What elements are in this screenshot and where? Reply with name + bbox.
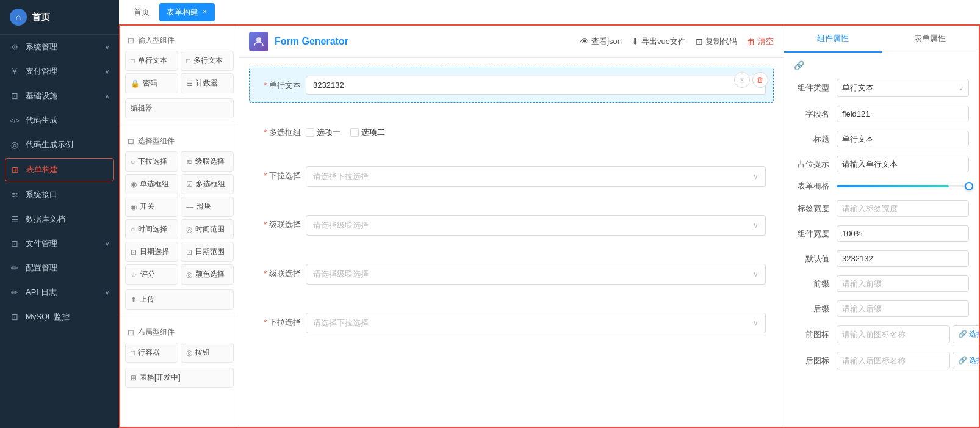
- comp-checkbox-group[interactable]: ☑ 多选框组: [181, 174, 234, 194]
- comp-color-picker[interactable]: ◎ 颜色选择: [181, 264, 234, 285]
- suffix-icon-input[interactable]: [837, 352, 950, 369]
- sidebar-item-api-log[interactable]: ✏ API 日志 ∨: [0, 280, 119, 305]
- sidebar-logo[interactable]: ⌂ 首页: [0, 0, 119, 35]
- comp-type-dropdown[interactable]: 单行文本 ∨: [837, 79, 969, 97]
- comp-cascade[interactable]: ≋ 级联选择: [181, 151, 234, 172]
- copy-code-btn[interactable]: ⊡ 复制代码: [696, 36, 737, 47]
- field1-delete-action[interactable]: 🗑: [752, 72, 768, 88]
- tab-form-props[interactable]: 表单属性: [882, 26, 979, 53]
- comp-slider[interactable]: — 滑块: [181, 197, 234, 217]
- section-layout-icon: ⊡: [128, 328, 134, 337]
- container-icon: □: [131, 349, 135, 357]
- comp-date-range[interactable]: ⊡ 日期范围: [181, 242, 234, 262]
- slider-thumb[interactable]: [965, 182, 973, 190]
- field5-content: 请选择级联选择 ∨: [306, 264, 766, 285]
- sidebar-item-codegen-example[interactable]: ◎ 代码生成示例: [0, 132, 119, 157]
- comp-button[interactable]: ◎ 按钮: [181, 343, 234, 363]
- slider-wrapper[interactable]: [837, 185, 969, 187]
- sidebar-item-config-mgmt[interactable]: ✏ 配置管理: [0, 256, 119, 280]
- tab-home[interactable]: 首页: [126, 3, 157, 21]
- prefix-icon-input[interactable]: [837, 325, 950, 343]
- comp-rating[interactable]: ☆ 评分: [125, 264, 178, 285]
- comp-radio-group[interactable]: ◉ 单选框组: [125, 174, 178, 194]
- comp-date-picker[interactable]: ⊡ 日期选择: [125, 242, 178, 262]
- section-input-icon: ⊡: [128, 36, 134, 45]
- comp-editor[interactable]: 编辑器: [125, 98, 234, 118]
- time-range-icon: ◎: [186, 225, 192, 234]
- view-json-btn[interactable]: 👁 查看json: [580, 36, 622, 47]
- file-mgmt-icon: ⊡: [10, 239, 20, 248]
- comp-table-dev[interactable]: ⊞ 表格[开发中]: [125, 368, 234, 388]
- sidebar-item-payment[interactable]: ¥ 支付管理 ∨: [0, 59, 119, 84]
- sidebar-item-system[interactable]: ⚙ 系统管理 ∨: [0, 35, 119, 59]
- checkbox-group-icon: ☑: [186, 180, 193, 189]
- form-row-single-text[interactable]: 单行文本 ⊡ 🗑: [249, 68, 774, 103]
- export-vue-icon: ⬇: [632, 37, 639, 46]
- sidebar-item-api[interactable]: ≋ 系统接口: [0, 183, 119, 207]
- prefix-input[interactable]: [837, 275, 969, 292]
- form-row-dropdown[interactable]: 下拉选择 请选择下拉选择 ∨: [249, 158, 774, 195]
- checkbox-option2[interactable]: 选项二: [350, 127, 385, 138]
- form-row-checkbox-group[interactable]: 多选框组 选项一 选项二: [249, 115, 774, 146]
- prop-suffix-icon: 后图标 🔗 选择: [794, 352, 969, 369]
- comp-width-input[interactable]: [837, 225, 969, 242]
- comp-upload[interactable]: ⬆ 上传: [125, 289, 234, 310]
- infra-icon: ⊡: [10, 91, 20, 101]
- field1-copy-action[interactable]: ⊡: [734, 72, 750, 88]
- comp-counter[interactable]: ☰ 计数器: [181, 73, 234, 93]
- comp-container[interactable]: □ 行容器: [125, 343, 178, 363]
- sidebar-item-mysql[interactable]: ⊡ MySQL 监控: [0, 305, 119, 329]
- field4-label: 级联选择: [257, 215, 306, 230]
- form-header-right: 👁 查看json ⬇ 导出vue文件 ⊡ 复制代码 🗑 清空: [580, 36, 774, 47]
- field1-input[interactable]: [306, 76, 766, 95]
- sidebar-item-db-doc[interactable]: ☰ 数据库文档: [0, 207, 119, 231]
- title-input[interactable]: [837, 131, 969, 147]
- checkbox-option1[interactable]: 选项一: [306, 127, 340, 138]
- suffix-icon-select-btn[interactable]: 🔗 选择: [953, 352, 979, 369]
- field6-select[interactable]: 请选择下拉选择 ∨: [306, 313, 766, 333]
- payment-arrow: ∨: [105, 68, 109, 75]
- field3-select[interactable]: 请选择下拉选择 ∨: [306, 166, 766, 187]
- field6-arrow: ∨: [753, 319, 758, 327]
- form-row-cascade2[interactable]: 级联选择 请选择级联选择 ∨: [249, 256, 774, 292]
- link-icon: 🔗: [794, 60, 804, 70]
- codegen-example-icon: ◎: [10, 140, 20, 150]
- sidebar-item-infra[interactable]: ⊡ 基础设施 ∧: [0, 84, 119, 108]
- system-icon: ⚙: [10, 42, 20, 52]
- comp-dropdown[interactable]: ○ 下拉选择: [125, 151, 178, 172]
- sidebar-item-file-mgmt[interactable]: ⊡ 文件管理 ∨: [0, 231, 119, 256]
- tab-form-builder[interactable]: 表单构建 ✕: [159, 3, 215, 21]
- comp-single-text[interactable]: □ 单行文本: [125, 51, 178, 71]
- copy-code-icon: ⊡: [696, 37, 703, 46]
- form-row-dropdown2[interactable]: 下拉选择 请选择下拉选择 ∨: [249, 305, 774, 341]
- prefix-icon-select-btn[interactable]: 🔗 选择: [953, 325, 979, 343]
- slider-track[interactable]: [837, 185, 969, 187]
- date-range-icon: ⊡: [186, 248, 192, 256]
- suffix-content: [837, 300, 969, 317]
- comp-type-select[interactable]: 单行文本 ∨: [837, 79, 969, 97]
- placeholder-input[interactable]: [837, 156, 969, 172]
- export-vue-btn[interactable]: ⬇ 导出vue文件: [632, 36, 686, 47]
- field4-select[interactable]: 请选择级联选择 ∨: [306, 215, 766, 236]
- form-row-cascade1[interactable]: 级联选择 请选择级联选择 ∨: [249, 207, 774, 244]
- label-width-input[interactable]: [837, 200, 969, 217]
- field-name-input[interactable]: [837, 106, 969, 122]
- sidebar-item-form-builder[interactable]: ⊞ 表单构建: [5, 158, 114, 181]
- sidebar-item-codegen[interactable]: </> 代码生成: [0, 108, 119, 132]
- tab-close-icon[interactable]: ✕: [202, 8, 207, 16]
- clear-btn[interactable]: 🗑 清空: [747, 36, 774, 47]
- comp-time-picker[interactable]: ○ 时间选择: [125, 219, 178, 239]
- comp-password[interactable]: 🔒 密码: [125, 73, 178, 93]
- system-arrow: ∨: [105, 44, 109, 51]
- tab-component-props[interactable]: 组件属性: [784, 26, 882, 53]
- comp-switch[interactable]: ◉ 开关: [125, 197, 178, 217]
- prop-placeholder: 占位提示: [794, 156, 969, 172]
- comp-multi-text[interactable]: □ 多行文本: [181, 51, 234, 71]
- suffix-input[interactable]: [837, 300, 969, 317]
- sidebar-logo-label: 首页: [32, 12, 50, 23]
- field5-select[interactable]: 请选择级联选择 ∨: [306, 264, 766, 285]
- comp-time-range[interactable]: ◎ 时间范围: [181, 219, 234, 239]
- default-val-input[interactable]: [837, 250, 969, 267]
- field2-label: 多选框组: [257, 123, 306, 138]
- tab-form-builder-label: 表单构建: [167, 7, 198, 18]
